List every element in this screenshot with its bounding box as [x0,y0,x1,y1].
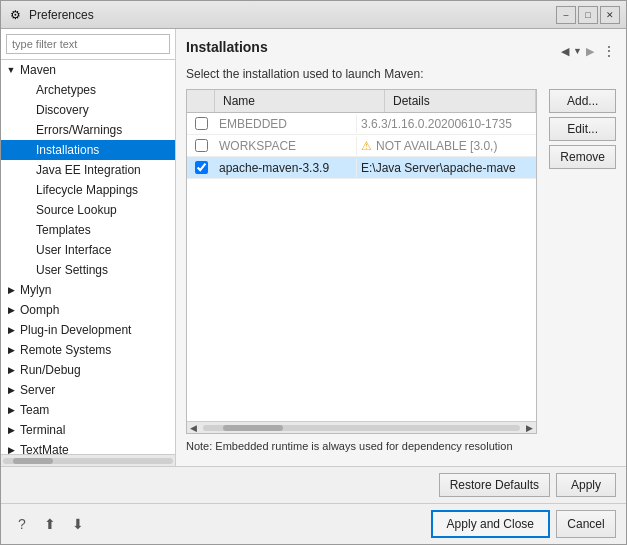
row-name-1: WORKSPACE [215,137,357,155]
minimize-button[interactable]: – [556,6,576,24]
sidebar-item-label-installations: Installations [36,143,99,157]
sidebar-item-label-terminal: Terminal [20,423,65,437]
sidebar-item-java-ee[interactable]: Java EE Integration [1,160,175,180]
menu-icon[interactable]: ⋮ [602,43,616,59]
edit-button[interactable]: Edit... [549,117,616,141]
sidebar-item-server[interactable]: ▶Server [1,380,175,400]
sidebar-item-oomph[interactable]: ▶Oomph [1,300,175,320]
sidebar-item-label-textmate: TextMate [20,443,69,454]
window-controls: – □ ✕ [556,6,620,24]
sidebar: ▼MavenArchetypesDiscoveryErrors/Warnings… [1,29,176,466]
tree-arrow-mylyn: ▶ [5,284,17,296]
cancel-button[interactable]: Cancel [556,510,616,538]
sidebar-item-label-errors-warnings: Errors/Warnings [36,123,122,137]
search-box [1,29,175,60]
sidebar-item-label-remote-systems: Remote Systems [20,343,111,357]
help-icon[interactable]: ? [11,513,33,535]
scroll-thumb [223,425,283,431]
sidebar-item-label-maven: Maven [20,63,56,77]
warning-icon-1: ⚠ [361,139,372,153]
row-name-0: EMBEDDED [215,115,357,133]
row-checkbox-0[interactable] [187,117,215,130]
sidebar-item-source-lookup[interactable]: Source Lookup [1,200,175,220]
sidebar-item-discovery[interactable]: Discovery [1,100,175,120]
remove-button[interactable]: Remove [549,145,616,169]
apply-button[interactable]: Apply [556,473,616,497]
maximize-button[interactable]: □ [578,6,598,24]
sidebar-item-mylyn[interactable]: ▶Mylyn [1,280,175,300]
scroll-right-icon[interactable]: ▶ [526,423,533,433]
sidebar-item-installations[interactable]: Installations [1,140,175,160]
table-body: EMBEDDED3.6.3/1.16.0.20200610-1735WORKSP… [187,113,536,421]
checkbox-input-0[interactable] [195,117,208,130]
sidebar-item-remote-systems[interactable]: ▶Remote Systems [1,340,175,360]
sidebar-item-label-plugin-development: Plug-in Development [20,323,131,337]
sidebar-item-errors-warnings[interactable]: Errors/Warnings [1,120,175,140]
forward-icon[interactable]: ▶ [586,45,594,58]
scrollbar-track [3,458,173,464]
sidebar-item-user-interface[interactable]: User Interface [1,240,175,260]
sidebar-item-textmate[interactable]: ▶TextMate [1,440,175,454]
tree-arrow-remote-systems: ▶ [5,344,17,356]
scroll-left-icon[interactable]: ◀ [190,423,197,433]
table-scrollbar[interactable]: ◀ ▶ [187,421,536,433]
sidebar-item-maven[interactable]: ▼Maven [1,60,175,80]
import-icon[interactable]: ⬇ [67,513,89,535]
sidebar-item-archetypes[interactable]: Archetypes [1,80,175,100]
sidebar-item-run-debug[interactable]: ▶Run/Debug [1,360,175,380]
panel-title: Installations [186,39,268,55]
add-button[interactable]: Add... [549,89,616,113]
sidebar-item-label-source-lookup: Source Lookup [36,203,117,217]
row-checkbox-2[interactable] [187,161,215,174]
sidebar-item-label-user-settings: User Settings [36,263,108,277]
sidebar-item-templates[interactable]: Templates [1,220,175,240]
window-icon: ⚙ [7,7,23,23]
sidebar-item-label-templates: Templates [36,223,91,237]
tree-arrow-plugin-development: ▶ [5,324,17,336]
tree-arrow-server: ▶ [5,384,17,396]
table-row[interactable]: WORKSPACE⚠ NOT AVAILABLE [3.0,) [187,135,536,157]
sidebar-item-label-user-interface: User Interface [36,243,111,257]
row-details-1: ⚠ NOT AVAILABLE [3.0,) [357,137,536,155]
export-icon[interactable]: ⬆ [39,513,61,535]
tree-arrow-source-lookup [21,204,33,216]
tree-arrow-templates [21,224,33,236]
tree-arrow-user-settings [21,264,33,276]
tree-arrow-run-debug: ▶ [5,364,17,376]
sidebar-scrollbar[interactable] [1,454,175,466]
sidebar-item-label-java-ee: Java EE Integration [36,163,141,177]
sidebar-item-label-archetypes: Archetypes [36,83,96,97]
content-area: ▼MavenArchetypesDiscoveryErrors/Warnings… [1,29,626,466]
back-dropdown-icon[interactable]: ▼ [573,46,582,56]
bottom-left-icons: ? ⬆ ⬇ [11,513,89,535]
apply-and-close-button[interactable]: Apply and Close [431,510,550,538]
window-title: Preferences [29,8,556,22]
panel-description: Select the installation used to launch M… [186,67,616,81]
tree-arrow-user-interface [21,244,33,256]
right-buttons: Add... Edit... Remove [549,89,616,434]
row-checkbox-1[interactable] [187,139,215,152]
sidebar-item-terminal[interactable]: ▶Terminal [1,420,175,440]
back-icon[interactable]: ◀ [561,45,569,58]
close-button[interactable]: ✕ [600,6,620,24]
sidebar-item-label-mylyn: Mylyn [20,283,51,297]
checkbox-input-1[interactable] [195,139,208,152]
tree-arrow-textmate: ▶ [5,444,17,454]
checkbox-input-2[interactable] [195,161,208,174]
sidebar-item-lifecycle[interactable]: Lifecycle Mappings [1,180,175,200]
tree-arrow-maven: ▼ [5,64,17,76]
row-details-0: 3.6.3/1.16.0.20200610-1735 [357,115,536,133]
bottom-bar: Restore Defaults Apply ? ⬆ ⬇ Apply and C… [1,466,626,544]
table-row[interactable]: apache-maven-3.3.9E:\Java Server\apache-… [187,157,536,179]
row-details-2: E:\Java Server\apache-mave [357,159,536,177]
tree-arrow-installations [21,144,33,156]
restore-defaults-button[interactable]: Restore Defaults [439,473,550,497]
sidebar-item-label-team: Team [20,403,49,417]
sidebar-item-user-settings[interactable]: User Settings [1,260,175,280]
sidebar-item-team[interactable]: ▶Team [1,400,175,420]
sidebar-item-plugin-development[interactable]: ▶Plug-in Development [1,320,175,340]
sidebar-item-label-run-debug: Run/Debug [20,363,81,377]
table-row[interactable]: EMBEDDED3.6.3/1.16.0.20200610-1735 [187,113,536,135]
bottom-right-buttons: Apply and Close Cancel [431,510,616,538]
search-input[interactable] [6,34,170,54]
